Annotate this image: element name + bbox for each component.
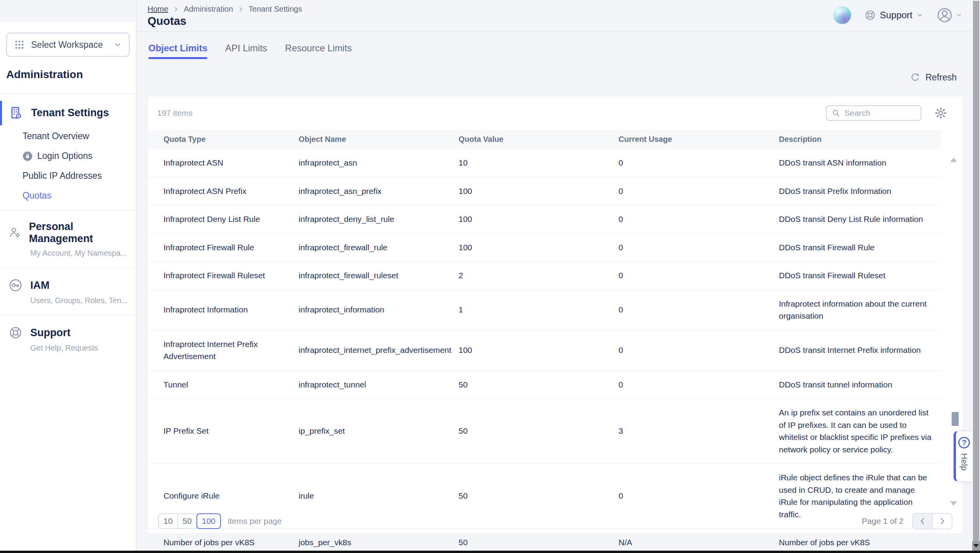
cell-current-usage: 3 [619, 399, 779, 464]
cell-quota-type: Infraprotect Firewall Ruleset [148, 262, 299, 290]
quota-table: Quota Type Object Name Quota Value Curre… [148, 130, 941, 553]
cell-description: DDoS transit ASN information [779, 149, 941, 177]
search-input[interactable] [844, 108, 910, 118]
cell-object-name: infraprotect_firewall_ruleset [299, 262, 459, 290]
table-settings-button[interactable] [935, 107, 947, 119]
window-bottom-edge [0, 551, 980, 553]
iam-subtitle: Users, Groups, Roles, Ten... [30, 296, 130, 305]
sidebar-item-support[interactable]: Support Get Help, Requests [0, 316, 136, 363]
table-toolbar: 197 items [148, 96, 963, 130]
cell-current-usage: 0 [619, 205, 779, 234]
cell-quota-value: 10 [459, 149, 619, 177]
refresh-button[interactable]: Refresh [910, 72, 957, 83]
table-header-row: Quota Type Object Name Quota Value Curre… [148, 130, 941, 149]
user-menu[interactable] [937, 7, 962, 23]
cell-quota-value: 2 [459, 262, 619, 290]
cell-quota-type: Infraprotect Firewall Rule [148, 233, 299, 262]
cell-description: DDoS transit Firewall Ruleset [779, 262, 941, 290]
personal-management-subtitle: My Account, My Namespa... [30, 249, 130, 258]
sidebar-item-tenant-overview[interactable]: Tenant Overview [23, 131, 136, 141]
help-tab[interactable]: ? Help [954, 431, 972, 482]
quota-table-card: 197 items [148, 96, 963, 534]
workspace-button-label: Select Workspace [31, 40, 107, 50]
cell-current-usage: 0 [619, 290, 779, 330]
tenant-overview-label: Tenant Overview [23, 131, 89, 141]
tab-api-limits[interactable]: API Limits [225, 43, 267, 59]
refresh-icon [910, 72, 921, 83]
breadcrumb-administration[interactable]: Administration [184, 5, 233, 14]
chevron-right-icon [238, 6, 244, 12]
support-menu[interactable]: Support [864, 9, 923, 21]
cell-quota-value: 100 [459, 177, 619, 205]
cell-current-usage: 0 [619, 177, 779, 205]
app-root: Select Workspace Administration Tenant S… [0, 0, 980, 553]
breadcrumb-tenant-settings: Tenant Settings [248, 5, 302, 14]
page-scrollbar-thumb[interactable] [973, 1, 979, 541]
tab-bar: Object Limits API Limits Resource Limits [148, 43, 352, 59]
support-menu-label: Support [880, 10, 912, 21]
sidebar-item-quotas[interactable]: Quotas [23, 190, 136, 201]
cell-quota-type: IP Prefix Set [148, 399, 299, 464]
page-size-10[interactable]: 10 [158, 513, 178, 529]
header-divider [137, 31, 980, 32]
breadcrumb-home[interactable]: Home [148, 5, 168, 14]
cell-quota-value: 50 [459, 370, 619, 399]
cell-description: Infraprotect information about the curre… [779, 290, 941, 330]
breadcrumb: Home Administration Tenant Settings [148, 5, 302, 14]
table-row: Infraprotect Internet Prefix Advertiseme… [148, 330, 941, 370]
cell-quota-type: Infraprotect Deny List Rule [148, 205, 299, 234]
table-scrollbar-thumb[interactable] [952, 412, 959, 426]
sidebar-item-tenant-settings[interactable]: Tenant Settings [0, 102, 136, 123]
page-scroll-down-arrow[interactable] [972, 541, 980, 551]
page-size-100[interactable]: 100 [196, 513, 221, 529]
cell-description: An ip prefix set contains an unordered l… [779, 399, 941, 464]
pager: Page 1 of 2 [862, 513, 952, 529]
cell-object-name: infraprotect_internet_prefix_advertiseme… [299, 330, 459, 370]
cell-description: DDoS transit Internet Prefix information [779, 330, 941, 370]
items-per-page-label: items per page [228, 516, 282, 526]
public-ip-label: Public IP Addresses [23, 171, 102, 181]
building-gear-icon [9, 105, 23, 120]
main-area: Home Administration Tenant Settings Quot… [137, 0, 980, 551]
cell-current-usage: 0 [619, 262, 779, 290]
col-quota-value: Quota Value [459, 130, 619, 149]
table-scroll-up-arrow[interactable] [950, 158, 957, 162]
tab-object-limits[interactable]: Object Limits [148, 43, 207, 59]
page-info: Page 1 of 2 [862, 516, 904, 526]
next-page-button[interactable] [933, 514, 952, 529]
cell-quota-value: 100 [459, 205, 619, 234]
table-row: IP Prefix Set ip_prefix_set 50 3 An ip p… [148, 399, 941, 464]
chevron-down-icon [956, 12, 962, 18]
tenant-logo[interactable] [833, 6, 851, 24]
select-workspace-button[interactable]: Select Workspace [6, 33, 130, 57]
items-count: 197 items [157, 108, 193, 118]
sidebar-item-iam[interactable]: IAM Users, Groups, Roles, Ten... [0, 268, 136, 315]
cell-description: DDoS transit Prefix Information [779, 177, 941, 205]
key-icon [9, 278, 23, 292]
chevron-down-icon [113, 40, 122, 49]
tenant-settings-children: Tenant Overview Login Options Public IP … [0, 131, 136, 201]
support-label: Support [30, 327, 70, 339]
table-row: Tunnel infraprotect_tunnel 50 0 DDoS tra… [148, 370, 941, 399]
chevron-right-icon [938, 517, 947, 525]
user-avatar-icon [937, 7, 953, 23]
tenant-settings-label: Tenant Settings [31, 107, 109, 119]
active-indicator [0, 101, 2, 126]
page-size-50[interactable]: 50 [177, 513, 197, 529]
cell-description: DDoS transit tunnel information [779, 370, 941, 399]
table-row: Infraprotect Information infraprotect_in… [148, 290, 941, 330]
sidebar-item-personal-management[interactable]: Personal Management My Account, My Names… [0, 211, 136, 268]
cell-current-usage: 0 [619, 370, 779, 399]
cell-quota-value: 100 [459, 330, 619, 370]
cell-object-name: infraprotect_firewall_rule [299, 233, 459, 262]
cell-description: DDoS transit Deny List Rule information [779, 205, 941, 234]
sidebar-item-login-options[interactable]: Login Options [23, 151, 136, 161]
tab-resource-limits[interactable]: Resource Limits [285, 43, 352, 59]
lifebuoy-icon [9, 326, 23, 340]
sidebar-item-public-ip-addresses[interactable]: Public IP Addresses [23, 171, 136, 181]
chevron-left-icon [918, 517, 927, 525]
cell-description: DDoS transit Firewall Rule [779, 233, 941, 262]
prev-page-button[interactable] [913, 514, 933, 529]
refresh-label: Refresh [925, 72, 957, 83]
table-scroll-down-arrow[interactable] [950, 501, 957, 506]
